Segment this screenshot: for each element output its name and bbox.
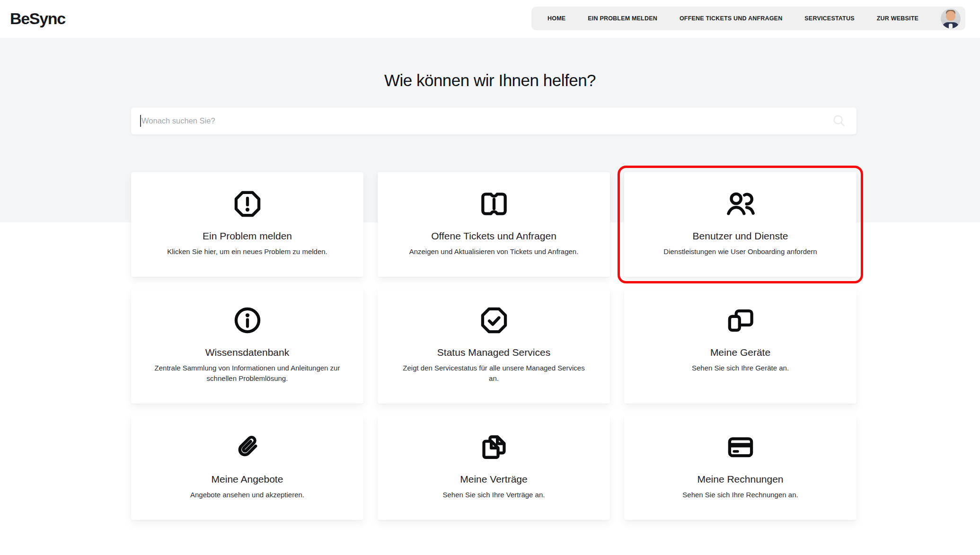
card-title: Ein Problem melden bbox=[152, 230, 343, 242]
search-icon[interactable] bbox=[832, 114, 846, 128]
search-bar bbox=[131, 107, 856, 134]
card-description: Sehen Sie sich Ihre Geräte an. bbox=[645, 363, 836, 373]
card-title: Benutzer und Dienste bbox=[645, 230, 836, 242]
card-benutzer-und-dienste[interactable]: Benutzer und Dienste Dienstleistungen wi… bbox=[624, 172, 856, 277]
avatar-face bbox=[946, 11, 955, 21]
card-description: Angebote ansehen und akzeptieren. bbox=[152, 490, 343, 500]
card-description: Sehen Sie sich Ihre Verträge an. bbox=[398, 490, 589, 500]
header: BeSync HOME EIN PROBLEM MELDEN OFFENE TI… bbox=[0, 0, 980, 38]
card-title: Wissensdatenbank bbox=[152, 346, 343, 358]
credit-card-icon bbox=[645, 432, 836, 463]
nav-item-report-problem[interactable]: EIN PROBLEM MELDEN bbox=[588, 15, 657, 22]
card-description: Anzeigen und Aktualisieren von Tickets u… bbox=[398, 247, 589, 257]
card-description: Zentrale Sammlung von Informationen und … bbox=[152, 363, 343, 384]
card-title: Offene Tickets und Anfragen bbox=[398, 230, 589, 242]
devices-icon bbox=[645, 305, 836, 336]
info-circle-icon bbox=[152, 305, 343, 336]
card-meine-angebote[interactable]: Meine Angebote Angebote ansehen und akze… bbox=[131, 415, 363, 520]
files-icon bbox=[398, 432, 589, 463]
page-title: Wie können wir Ihnen helfen? bbox=[0, 71, 980, 90]
card-description: Klicken Sie hier, um ein neues Problem z… bbox=[152, 247, 343, 257]
card-wissensdatenbank[interactable]: Wissensdatenbank Zentrale Sammlung von I… bbox=[131, 289, 363, 404]
card-description: Dienstleistungen wie User Onboarding anf… bbox=[645, 247, 836, 257]
card-ein-problem-melden[interactable]: Ein Problem melden Klicken Sie hier, um … bbox=[131, 172, 363, 277]
card-offene-tickets[interactable]: Offene Tickets und Anfragen Anzeigen und… bbox=[378, 172, 610, 277]
card-meine-geraete[interactable]: Meine Geräte Sehen Sie sich Ihre Geräte … bbox=[624, 289, 856, 404]
card-description: Zeigt den Servicestatus für alle unsere … bbox=[398, 363, 589, 384]
card-title: Meine Geräte bbox=[645, 346, 836, 358]
ticket-icon bbox=[398, 188, 589, 220]
main-navigation: HOME EIN PROBLEM MELDEN OFFENE TICKETS U… bbox=[531, 7, 965, 30]
card-title: Meine Angebote bbox=[152, 473, 343, 485]
card-title: Status Managed Services bbox=[398, 346, 589, 358]
card-title: Meine Verträge bbox=[398, 473, 589, 485]
helpdesk-portal-page: BeSync HOME EIN PROBLEM MELDEN OFFENE TI… bbox=[0, 0, 980, 555]
avatar-shirt bbox=[949, 24, 953, 28]
card-title: Meine Rechnungen bbox=[645, 473, 836, 485]
search-input[interactable] bbox=[131, 107, 856, 134]
users-icon bbox=[645, 188, 836, 220]
card-meine-rechnungen[interactable]: Meine Rechnungen Sehen Sie sich Ihre Rec… bbox=[624, 415, 856, 520]
nav-item-zur-website[interactable]: ZUR WEBSITE bbox=[877, 15, 918, 22]
nav-item-home[interactable]: HOME bbox=[547, 15, 565, 22]
card-description: Sehen Sie sich Ihre Rechnungen an. bbox=[645, 490, 836, 500]
quick-links-grid: Ein Problem melden Klicken Sie hier, um … bbox=[131, 172, 856, 520]
check-octagon-icon bbox=[398, 305, 589, 336]
text-cursor bbox=[140, 115, 141, 127]
warning-octagon-icon bbox=[152, 188, 343, 220]
card-status-managed-services[interactable]: Status Managed Services Zeigt den Servic… bbox=[378, 289, 610, 404]
nav-item-open-tickets[interactable]: OFFENE TICKETS UND ANFRAGEN bbox=[680, 15, 782, 22]
paperclip-icon bbox=[152, 432, 343, 463]
card-meine-vertraege[interactable]: Meine Verträge Sehen Sie sich Ihre Vertr… bbox=[378, 415, 610, 520]
user-avatar[interactable] bbox=[941, 9, 961, 28]
nav-item-servicestatus[interactable]: SERVICESTATUS bbox=[804, 15, 854, 22]
brand-logo[interactable]: BeSync bbox=[10, 9, 65, 28]
